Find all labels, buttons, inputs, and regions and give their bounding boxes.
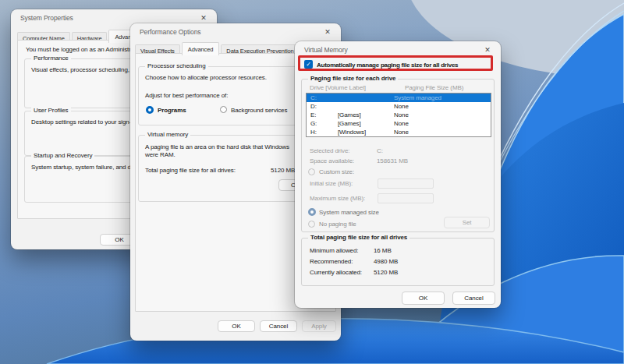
drive-volume: [Windows] — [338, 128, 366, 136]
programs-radio[interactable] — [146, 106, 154, 114]
selected-drive-label: Selected drive: — [310, 147, 349, 154]
totals-group: Total paging file size for all drives Mi… — [301, 238, 495, 286]
no-paging-file-radio-label[interactable]: No paging file — [319, 221, 356, 228]
drive-row[interactable]: E: [Games] None — [307, 111, 491, 119]
drive-row[interactable]: G: [Games] None — [307, 119, 491, 128]
maximum-size-label: Maximum size (MB): — [310, 195, 365, 202]
close-icon[interactable]: ✕ — [482, 44, 493, 55]
recommended-value: 4980 MB — [374, 258, 398, 265]
drive-letter: H: — [310, 128, 317, 136]
performance-group-desc: Visual effects, processor scheduling, me — [31, 66, 140, 73]
minimum-allowed-label: Minimum allowed: — [310, 247, 358, 254]
virtual-memory-titlebar[interactable]: Virtual Memory ✕ — [295, 41, 501, 58]
paging-file-group-title: Paging file size for each drive — [308, 75, 398, 82]
window-title: Virtual Memory — [304, 46, 348, 54]
initial-size-label: Initial size (MB): — [310, 180, 353, 187]
space-available-label: Space available: — [310, 157, 354, 164]
paging-file-group: Paging file size for each drive Drive [V… — [301, 79, 495, 232]
currently-allocated-label: Currently allocated: — [310, 269, 362, 276]
drive-list[interactable]: C: System managed D: None E: [Games] Non… — [306, 93, 491, 137]
column-header-drive: Drive [Volume Label] — [310, 84, 366, 91]
drive-volume: [Games] — [338, 111, 361, 119]
admin-note: You must be logged on as an Administrato — [26, 46, 140, 53]
virtual-memory-desc-line1: A paging file is an area on the hard dis… — [145, 143, 289, 150]
processor-scheduling-desc: Choose how to allocate processor resourc… — [145, 74, 267, 81]
drive-volume: [Games] — [338, 119, 361, 128]
no-paging-file-radio[interactable] — [308, 221, 315, 228]
startup-recovery-group-title: Startup and Recovery — [31, 152, 94, 159]
drive-size: System managed — [394, 94, 441, 102]
drive-size: None — [394, 102, 409, 111]
virtual-memory-desc-line2: were RAM. — [145, 151, 176, 158]
set-button[interactable]: Set — [444, 217, 490, 228]
minimum-allowed-value: 16 MB — [374, 247, 392, 254]
apply-button[interactable]: Apply — [302, 320, 336, 332]
custom-size-radio-label[interactable]: Custom size: — [319, 168, 354, 175]
processor-scheduling-title: Processor scheduling — [145, 62, 208, 69]
ok-button[interactable]: OK — [402, 292, 445, 305]
cancel-button[interactable]: Cancel — [452, 292, 495, 305]
selected-drive-value: C: — [377, 147, 383, 154]
performance-options-titlebar[interactable]: Performance Options ✕ — [130, 23, 341, 41]
total-paging-value: 5120 MB — [271, 167, 295, 174]
drive-row[interactable]: H: [Windows] None — [307, 128, 491, 136]
drive-row[interactable]: D: None — [307, 102, 491, 111]
totals-group-title: Total paging file size for all drives — [308, 234, 410, 241]
drive-row-selected[interactable]: C: System managed — [307, 94, 491, 102]
initial-size-input[interactable] — [378, 178, 434, 189]
background-services-radio-label[interactable]: Background services — [231, 107, 287, 114]
drive-size: None — [394, 111, 409, 119]
drive-letter: G: — [310, 119, 317, 128]
close-icon[interactable]: ✕ — [198, 12, 209, 23]
recommended-label: Recommended: — [310, 258, 353, 265]
maximum-size-input[interactable] — [378, 193, 434, 203]
adjust-performance-label: Adjust for best performance of: — [145, 92, 228, 99]
ok-button[interactable]: OK — [218, 320, 255, 332]
cancel-button[interactable]: Cancel — [260, 320, 297, 332]
startup-recovery-group-desc: System startup, system failure, and debu — [31, 164, 141, 171]
close-icon[interactable]: ✕ — [322, 27, 333, 37]
programs-radio-label[interactable]: Programs — [158, 107, 186, 114]
custom-size-radio[interactable] — [308, 168, 315, 175]
auto-manage-checkbox[interactable]: ✓ — [304, 60, 313, 69]
column-header-size: Paging File Size (MB) — [405, 84, 463, 91]
window-title: System Properties — [20, 14, 73, 22]
system-managed-radio-label[interactable]: System managed size — [319, 209, 379, 216]
drive-letter: E: — [310, 111, 316, 119]
user-profiles-group-desc: Desktop settings related to your sign-in — [31, 118, 136, 125]
drive-size: None — [394, 119, 409, 128]
virtual-memory-group-title: Virtual memory — [145, 131, 190, 138]
space-available-value: 158631 MB — [377, 157, 408, 164]
performance-group-title: Performance — [31, 55, 71, 62]
background-services-radio[interactable] — [220, 106, 227, 113]
total-paging-label: Total paging file size for all drives: — [145, 167, 236, 174]
window-title: Performance Options — [140, 28, 200, 36]
drive-size: None — [394, 128, 409, 136]
drive-letter: D: — [310, 102, 317, 111]
tab-advanced[interactable]: Advanced — [182, 42, 220, 55]
currently-allocated-value: 5120 MB — [374, 269, 398, 276]
virtual-memory-window: Virtual Memory ✕ ✓ Automatically manage … — [295, 41, 501, 308]
drive-letter: C: — [310, 94, 317, 102]
auto-manage-checkbox-label[interactable]: Automatically manage paging file size fo… — [317, 62, 458, 69]
system-managed-radio[interactable] — [308, 208, 316, 216]
user-profiles-group-title: User Profiles — [31, 107, 71, 114]
